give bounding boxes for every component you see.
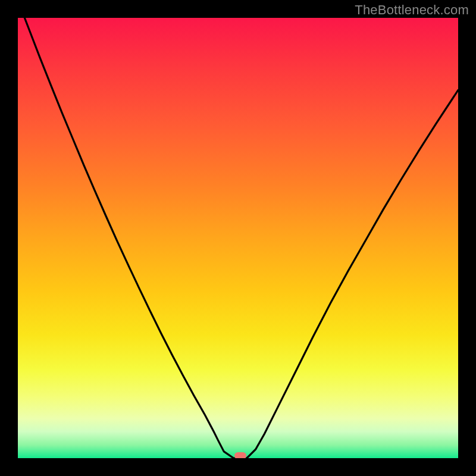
optimum-marker	[234, 452, 246, 458]
chart-frame: TheBottleneck.com	[0, 0, 476, 476]
curve-path	[18, 18, 458, 458]
watermark-text: TheBottleneck.com	[355, 2, 469, 18]
plot-area	[18, 18, 458, 458]
bottleneck-curve	[18, 18, 458, 458]
